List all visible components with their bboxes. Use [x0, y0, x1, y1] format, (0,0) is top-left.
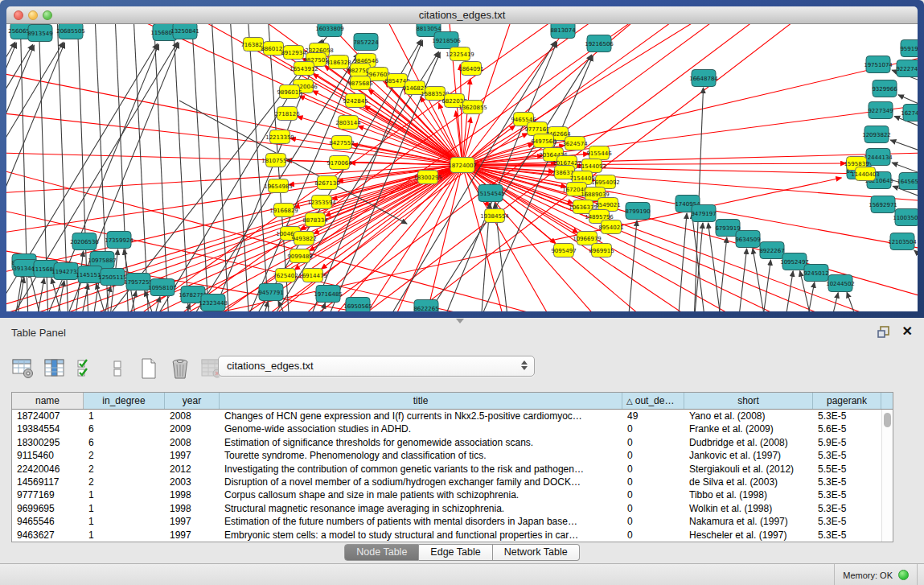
graph-node[interactable]: 8912934 — [281, 46, 306, 60]
network-table-selector[interactable]: citations_edges.txt — [218, 356, 535, 377]
graph-node[interactable]: 9479197 — [691, 205, 716, 222]
graph-node[interactable]: 9457791 — [258, 284, 283, 301]
graph-node[interactable]: 16274501 — [901, 105, 918, 122]
tab-node-table[interactable]: Node Table — [344, 544, 419, 561]
delete-trash-icon[interactable] — [168, 356, 192, 381]
graph-node[interactable]: 17359924 — [105, 232, 133, 249]
graph-node[interactable]: 12505115 — [98, 269, 127, 286]
graph-node[interactable]: 16648784 — [689, 70, 718, 87]
graph-node[interactable]: 8878334 — [302, 213, 328, 227]
graph-node[interactable]: 2803144 — [335, 116, 361, 130]
graph-node[interactable]: 19654985 — [264, 179, 293, 193]
graph-node[interactable]: 18300295 — [413, 171, 442, 184]
graph-node[interactable]: 9099489 — [287, 249, 312, 263]
graph-node[interactable]: 16543912 — [290, 62, 318, 76]
graph-node[interactable]: 19716485 — [314, 286, 343, 303]
close-icon[interactable]: ✕ — [902, 323, 913, 339]
column-header-year[interactable]: year — [165, 393, 220, 409]
graph-node[interactable]: 19384554 — [480, 209, 509, 223]
graph-node[interactable]: 13620855 — [458, 101, 487, 114]
graph-node[interactable]: 9170064 — [326, 156, 352, 170]
graph-node[interactable]: 18107554 — [261, 154, 290, 167]
table-row[interactable]: 946362711997Embryonic stem cells: a mode… — [12, 529, 893, 542]
graph-node[interactable]: 7625402 — [273, 269, 298, 282]
graph-node[interactable]: 2718126 — [274, 107, 300, 121]
window-titlebar[interactable]: citations_edges.txt — [6, 6, 918, 24]
graph-node[interactable]: 10966979 — [573, 232, 602, 245]
table-row[interactable]: 1872400712008Changes of HCN gene express… — [12, 410, 893, 422]
graph-node[interactable]: 9591903 — [900, 40, 918, 57]
graph-node[interactable]: 8922267 — [759, 242, 784, 259]
graph-node[interactable]: 9242845 — [343, 94, 368, 108]
graph-node[interactable]: 12353594 — [307, 196, 336, 209]
graph-node[interactable]: 16950565 — [343, 298, 372, 312]
new-table-icon[interactable] — [137, 356, 161, 381]
graph-node[interactable]: 12323448 — [199, 295, 228, 311]
table-row[interactable]: 946554611997Estimation of the future num… — [12, 515, 893, 528]
graph-node[interactable]: 18724007 — [448, 158, 477, 173]
graph-node[interactable]: 19166829 — [269, 204, 298, 217]
tab-edge-table[interactable]: Edge Table — [419, 544, 492, 561]
graph-node[interactable]: 9155446 — [586, 146, 612, 160]
table-settings-icon[interactable] — [11, 356, 35, 381]
column-header-name[interactable]: name — [12, 393, 84, 409]
graph-node[interactable]: 20685505 — [56, 24, 85, 39]
graph-node[interactable]: 8427552 — [329, 136, 354, 150]
graph-node[interactable]: 8549021 — [595, 198, 620, 212]
graph-node[interactable]: 8622265 — [413, 300, 438, 312]
tab-network-table[interactable]: Network Table — [493, 544, 580, 561]
graph-node[interactable]: 9222745 — [896, 60, 918, 77]
graph-node[interactable]: 19216506 — [585, 35, 614, 52]
graph-node[interactable]: 12325419 — [446, 47, 474, 61]
graph-node[interactable]: 12213359 — [265, 130, 294, 144]
graph-node[interactable]: 9227349 — [868, 102, 893, 119]
graph-node[interactable]: 15692971 — [869, 196, 897, 213]
graph-node[interactable]: 8969915 — [589, 244, 614, 257]
graph-node[interactable]: 9329966 — [872, 80, 897, 97]
graph-node[interactable]: 9493822 — [291, 232, 316, 245]
scrollbar-thumb[interactable] — [884, 413, 891, 427]
graph-node[interactable]: 19218506 — [432, 32, 461, 49]
table-row[interactable]: 977716911998Corpus callosum shape and si… — [12, 488, 893, 501]
graph-node[interactable]: 15154545 — [476, 185, 505, 202]
graph-node[interactable]: 9634509 — [735, 231, 760, 248]
graph-node[interactable]: 8913549 — [27, 25, 52, 42]
graph-node[interactable]: 9245012 — [803, 265, 828, 282]
graph-node[interactable]: 8799190 — [625, 203, 650, 220]
table-row[interactable]: 969969511998Structural magnetic resonanc… — [12, 502, 893, 515]
select-all-icon[interactable] — [74, 356, 98, 381]
column-header-in_degree[interactable]: in_degree — [84, 393, 165, 409]
graph-node[interactable]: 9896015 — [277, 85, 302, 99]
graph-node[interactable]: 16914479 — [298, 269, 327, 282]
graph-node[interactable]: 3624574 — [562, 137, 588, 150]
memory-ok-indicator[interactable] — [898, 570, 909, 580]
graph-node[interactable]: 16456501 — [897, 173, 918, 190]
graph-node[interactable]: 19751074 — [864, 56, 893, 73]
graph-node[interactable]: 12103504 — [888, 233, 917, 250]
vertical-scrollbar[interactable] — [881, 410, 893, 542]
float-panel-icon[interactable] — [876, 324, 892, 340]
table-row[interactable]: 1830029562008Estimation of significance … — [12, 436, 893, 449]
table-row[interactable]: 911546021997Tourette syndrome. Phenomeno… — [12, 449, 893, 462]
column-header-out_de[interactable]: △out_de… — [622, 393, 684, 409]
graph-node[interactable]: 10958107 — [148, 279, 177, 296]
graph-node[interactable]: 13250841 — [170, 24, 199, 39]
network-canvas[interactable]: 2560650589135492068550511568031132508411… — [6, 24, 918, 311]
graph-node[interactable]: 8267130 — [314, 176, 339, 190]
table-row[interactable]: 1456911722003Disruption of a novel membe… — [12, 476, 893, 488]
graph-node[interactable]: 9095497 — [551, 244, 576, 257]
graph-node[interactable]: 8813074 — [550, 24, 576, 39]
graph-node[interactable]: 9875685 — [347, 76, 372, 90]
graph-node[interactable]: 12093822 — [862, 126, 891, 143]
graph-node[interactable]: 1864091 — [458, 62, 483, 76]
table-row[interactable]: 1938455462009Genome-wide association stu… — [12, 422, 893, 435]
column-header-pagerank[interactable]: pagerank — [813, 393, 881, 409]
column-header-short[interactable]: short — [684, 393, 813, 409]
graph-node[interactable]: 11003504 — [893, 209, 918, 226]
graph-node[interactable]: 20206536 — [70, 233, 99, 250]
column-header-title[interactable]: title — [220, 393, 622, 409]
graph-node[interactable]: 7857224 — [353, 34, 379, 51]
graph-node[interactable]: 8954021 — [598, 220, 623, 234]
graph-node[interactable]: 11544093 — [577, 159, 606, 173]
graph-node[interactable]: 10244502 — [826, 275, 855, 292]
